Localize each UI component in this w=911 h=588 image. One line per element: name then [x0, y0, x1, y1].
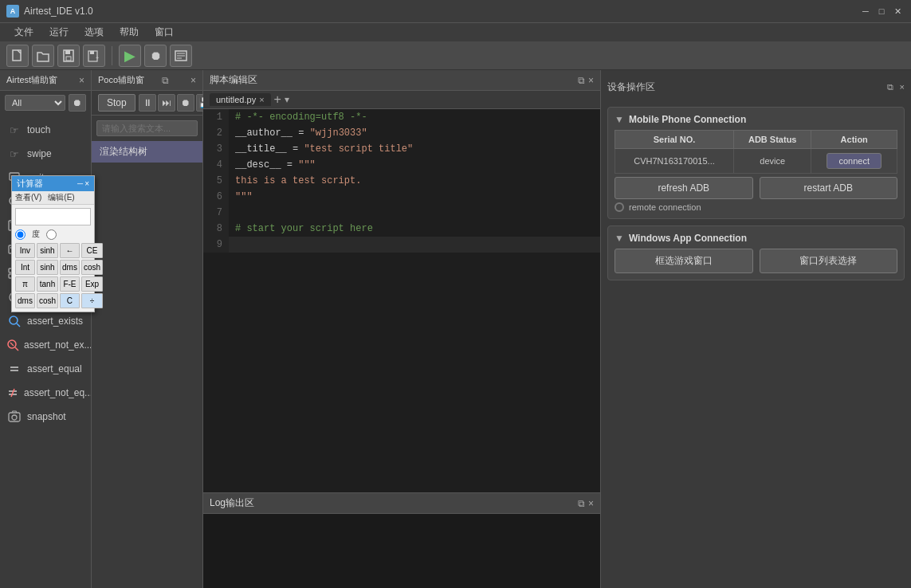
log-panel: Log输出区 ⧉ × [203, 492, 600, 588]
calc-btn-exp[interactable]: Exp [81, 276, 103, 292]
editor-float-button[interactable]: ⧉ [578, 75, 585, 86]
device-action-cell: connect [811, 149, 897, 174]
calc-btn-c[interactable]: C [60, 293, 80, 308]
remote-connection-radio[interactable] [615, 202, 624, 212]
calc-radio-deg[interactable] [15, 229, 26, 240]
menu-help[interactable]: 帮助 [112, 24, 147, 41]
calc-btn-tanh[interactable]: tanh [37, 276, 58, 292]
pause-button[interactable]: ⏸ [139, 94, 156, 112]
table-header-action: Action [811, 131, 897, 149]
mobile-section-header: ▼ Mobile Phone Connection [615, 114, 897, 125]
editor-tab-untitled[interactable]: untitled.py × [210, 93, 271, 106]
poco-search-input[interactable] [96, 120, 198, 136]
calc-btn-pi[interactable]: π [15, 276, 35, 292]
calc-btn-cosh[interactable]: cosh [81, 260, 103, 275]
menu-file[interactable]: 文件 [6, 24, 41, 41]
frame-select-button[interactable]: 框选游戏窗口 [615, 249, 753, 273]
assert-not-equal-icon [6, 385, 19, 401]
windows-section-toggle[interactable]: ▼ [615, 233, 624, 244]
stop-button[interactable]: Stop [98, 94, 135, 112]
calc-btn-sinh2[interactable]: sinh [37, 260, 58, 275]
calc-menu-view[interactable]: 查看(V) [15, 192, 41, 203]
connect-button[interactable]: connect [827, 153, 882, 169]
device-panel-close[interactable]: × [900, 82, 905, 92]
calc-btn-inv[interactable]: Inv [15, 243, 35, 258]
calc-minimize[interactable]: ─ [77, 179, 83, 188]
airtest-item-assert-not-exists[interactable]: assert_not_ex... [0, 333, 91, 357]
airtest-filter-select[interactable]: All [5, 95, 65, 111]
run-button[interactable]: ▶ [119, 45, 141, 67]
code-line-1: 1 # -*- encoding=utf8 -*- [203, 109, 600, 125]
restart-adb-button[interactable]: restart ADB [760, 177, 898, 199]
code-editor[interactable]: 1 # -*- encoding=utf8 -*- 2 __author__ =… [203, 109, 600, 492]
log-float-button[interactable]: ⧉ [578, 498, 585, 509]
airtest-item-assert-exists-label: assert_exists [27, 316, 83, 327]
save-file-button[interactable] [57, 45, 80, 67]
code-line-8: 8 # start your script here [203, 221, 600, 237]
svg-line-31 [10, 343, 14, 346]
airtest-item-assert-equal[interactable]: assert_equal [0, 357, 91, 381]
calc-menu-edit[interactable]: 编辑(E) [48, 192, 74, 203]
airtest-item-snapshot[interactable]: snapshot [0, 405, 91, 429]
log-button[interactable] [170, 45, 192, 67]
editor-tab-label: untitled.py [216, 95, 256, 104]
poco-tree-item[interactable]: 渲染结构树 [92, 141, 202, 163]
calc-btn-dms[interactable]: dms [60, 260, 80, 275]
airtest-item-assert-not-equal[interactable]: assert_not_eq... [0, 381, 91, 405]
menu-bar: 文件 运行 选项 帮助 窗口 [0, 22, 911, 41]
airtest-filter-row: All ⏺ [0, 91, 91, 115]
svg-point-27 [10, 316, 18, 324]
save-as-button[interactable]: + [83, 45, 105, 67]
airtest-item-swipe[interactable]: ☞ swipe [0, 142, 91, 166]
stop-record-button[interactable]: ⏺ [144, 45, 167, 67]
airtest-item-swipe-label: swipe [27, 148, 52, 159]
maximize-button[interactable]: □ [874, 4, 889, 18]
calc-btn-dms2[interactable]: dms [15, 293, 35, 308]
open-file-button[interactable] [32, 45, 54, 67]
step-button[interactable]: ⏭ [158, 94, 175, 112]
new-file-button[interactable] [6, 45, 29, 67]
airtest-record-button[interactable]: ⏺ [69, 94, 86, 112]
mobile-section-toggle[interactable]: ▼ [615, 114, 624, 125]
calc-btn-fe[interactable]: F-E [60, 276, 80, 292]
editor-tabs-bar: untitled.py × + ▾ [203, 91, 600, 109]
poco-panel-title: Poco辅助窗 [98, 74, 144, 86]
airtest-panel-close[interactable]: × [79, 75, 84, 86]
editor-tab-add[interactable]: + [274, 92, 281, 107]
device-status: device [734, 149, 811, 174]
poco-panel-close[interactable]: × [190, 75, 196, 86]
calc-btn-div[interactable]: ÷ [81, 293, 103, 308]
center-panel: 脚本编辑区 ⧉ × untitled.py × + ▾ 1 # -*- enco… [203, 70, 600, 588]
menu-window[interactable]: 窗口 [147, 24, 182, 41]
windows-section-title: Windows App Connection [629, 233, 747, 244]
editor-tab-dropdown[interactable]: ▾ [285, 94, 289, 105]
calc-btn-ce[interactable]: CE [81, 243, 103, 258]
assert-equal-icon [6, 361, 22, 377]
poco-panel-float[interactable]: ⧉ [162, 75, 169, 86]
record-button[interactable]: ⏺ [177, 94, 194, 112]
editor-close-button[interactable]: × [588, 75, 594, 86]
close-button[interactable]: ✕ [890, 4, 905, 18]
calc-btn-sinh[interactable]: sinh [37, 243, 58, 258]
window-list-button[interactable]: 窗口列表选择 [760, 249, 898, 273]
calc-close[interactable]: × [84, 179, 89, 188]
log-panel-header: Log输出区 ⧉ × [203, 493, 600, 514]
calc-btn-backspace[interactable]: ← [60, 243, 80, 258]
mobile-section-title: Mobile Phone Connection [629, 114, 746, 125]
minimize-button[interactable]: ─ [858, 4, 873, 18]
menu-options[interactable]: 选项 [77, 24, 112, 41]
editor-tab-close[interactable]: × [259, 95, 264, 104]
calc-radio-rad[interactable] [46, 229, 57, 240]
airtest-item-touch[interactable]: ☞ touch [0, 118, 91, 142]
log-close-button[interactable]: × [588, 498, 594, 509]
calc-btn-int[interactable]: Int [15, 260, 35, 275]
editor-title: 脚本编辑区 [210, 73, 257, 87]
airtest-item-assert-exists[interactable]: assert_exists [0, 309, 91, 333]
menu-run[interactable]: 运行 [41, 24, 77, 41]
code-line-3: 3 __title__ = "test script title" [203, 141, 600, 157]
airtest-panel: Airtest辅助窗 × All ⏺ ☞ touch ☞ swipe [0, 70, 92, 588]
calc-btn-cosh2[interactable]: cosh [37, 293, 58, 308]
refresh-adb-button[interactable]: refresh ADB [615, 177, 753, 199]
device-panel-float[interactable]: ⧉ [887, 82, 893, 92]
table-header-serial: Serial NO. [615, 131, 734, 149]
